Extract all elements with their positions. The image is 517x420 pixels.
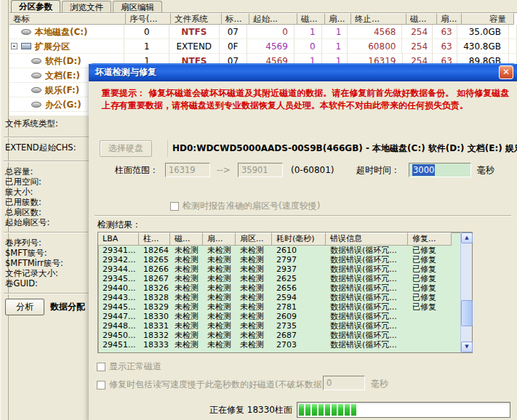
cell-cylinder: 18331 <box>139 321 170 331</box>
cell-error-info: 数据错误(循环冗... <box>326 255 408 264</box>
results-row[interactable]: 29445... 18329 未检测 未检测 未检测 2781 数据错误(循环冗… <box>98 302 460 312</box>
cell-elapsed-ms: 2687 <box>272 331 326 340</box>
column-header[interactable]: 卷标 <box>9 13 126 25</box>
column-header[interactable]: 磁... <box>297 13 325 25</box>
results-row[interactable]: 29443... 18328 未检测 未检测 未检测 2594 数据错误(循环冗… <box>98 293 460 302</box>
column-header[interactable]: 磁... <box>406 13 437 25</box>
cell-elapsed-ms: 2937 <box>272 264 326 274</box>
show-normal-checkbox[interactable]: 显示正常磁道 <box>97 360 161 373</box>
results-column-header[interactable]: 扇区... <box>236 233 272 246</box>
repair-slow-checkbox[interactable]: 修复时包括读写速度慢于此毫秒数的好磁道(不破坏数据)： <box>97 379 334 391</box>
results-scrollbar[interactable]: ▲ ▼ <box>460 233 472 352</box>
dialog-title-bar[interactable]: 坏道检测与修复 ✕ <box>89 63 517 81</box>
cell-sector: 未检测 <box>203 274 236 283</box>
cell-sector: 1 <box>322 39 348 54</box>
cell-sector2: 63 <box>433 25 457 39</box>
cell-elapsed-ms: 2610 <box>272 246 326 255</box>
column-header[interactable]: 序号(... <box>126 13 171 25</box>
cylinder-to-input[interactable]: 35901 <box>238 163 283 177</box>
cell-sector: 未检测 <box>203 264 236 274</box>
scroll-up-icon[interactable]: ▲ <box>461 233 473 243</box>
cell-sector-size: 未检测 <box>236 255 272 264</box>
results-column-header[interactable]: 扇... <box>203 233 236 246</box>
tab-sector-edit[interactable]: 扇区编辑 <box>113 1 162 12</box>
cell-cylinder: 18266 <box>139 264 170 274</box>
cell-cylinder: 18330 <box>139 312 170 321</box>
results-row[interactable]: 29451... 18333 未检测 未检测 未检测 2703 数据错误(循环冗… <box>98 340 460 350</box>
property-label: 总容量: <box>2 166 89 177</box>
results-column-header[interactable]: 磁... <box>170 233 203 246</box>
checkbox-icon[interactable] <box>97 363 105 371</box>
column-header[interactable]: 容量 <box>462 13 514 25</box>
disk-info-label[interactable]: HD0:WDCWD5000AADS-00S9B(466GB) - 本地磁盘(C:… <box>167 140 517 157</box>
results-row[interactable]: 29342... 18265 未检测 未检测 未检测 2797 数据错误(循环冗… <box>98 255 460 264</box>
table-row[interactable]: - 扩展分区 1 EXTEND 0F 4569 0 1 60800 254 63… <box>9 39 517 54</box>
cell-cylinder: 18333 <box>139 340 170 350</box>
cell-sector: 未检测 <box>203 340 236 350</box>
results-row[interactable]: 29345... 18267 未检测 未检测 未检测 2625 数据错误(循环冗… <box>98 274 460 283</box>
scroll-down-icon[interactable]: ▼ <box>461 342 473 352</box>
cell-head: 未检测 <box>170 312 203 321</box>
results-row[interactable]: 29448... 18331 未检测 未检测 未检测 2735 数据错误(循环冗… <box>98 321 460 331</box>
results-table-header: LBA柱...磁...扇...扇区...耗时(毫秒)错误信息修复... <box>98 233 460 246</box>
report-accurate-checkbox[interactable]: 检测时报告准确的扇区号(速度较慢) <box>170 200 320 212</box>
progress-bar <box>297 402 510 418</box>
results-row[interactable]: 29447... 18330 未检测 未检测 未检测 2609 数据错误(循环冗… <box>98 312 460 321</box>
close-icon[interactable]: ✕ <box>499 65 513 79</box>
cell-head: 未检测 <box>170 331 203 340</box>
scroll-thumb[interactable] <box>461 300 473 326</box>
column-header[interactable]: 扇... <box>325 13 351 25</box>
results-row[interactable]: 29344... 18266 未检测 未检测 未检测 2937 数据错误(循环冗… <box>98 264 460 274</box>
cell-elapsed-ms: 2735 <box>272 321 326 331</box>
column-header[interactable]: 终止... <box>351 13 406 25</box>
cell-lba: 29440... <box>98 283 139 293</box>
volume-label: 本地磁盘(C:) <box>9 25 124 39</box>
cell-lba: 29447... <box>98 312 139 321</box>
cell-filesystem: NTFS <box>169 25 220 39</box>
cell-lba: 29443... <box>98 293 139 302</box>
cell-head2: 254 <box>402 39 433 54</box>
collapse-icon[interactable]: - <box>11 43 17 49</box>
results-row[interactable]: 29341... 18264 未检测 未检测 未检测 2610 数据错误(循环冗… <box>98 246 460 255</box>
column-header[interactable]: 起始... <box>249 13 297 25</box>
checkbox-icon[interactable] <box>97 381 105 389</box>
disk-icon <box>31 73 41 78</box>
disk-icon <box>31 58 41 64</box>
property-label: 卷GUID: <box>2 278 89 288</box>
results-label: 检测结果： <box>97 219 141 231</box>
cell-head: 1 <box>294 25 322 39</box>
results-column-header[interactable]: 柱... <box>139 233 170 246</box>
property-label: 文件系统类型: <box>2 118 89 129</box>
table-row[interactable]: 本地磁盘(C:) 0 NTFS 07 0 1 1 4568 254 63 35.… <box>9 25 517 39</box>
cell-repair-status: 已修复 <box>408 302 452 312</box>
column-header[interactable]: 扇... <box>437 13 462 25</box>
results-column-header[interactable]: LBA <box>98 233 139 246</box>
cell-repair-status <box>408 321 452 331</box>
select-disk-button[interactable]: 选择硬盘 <box>100 140 152 157</box>
slow-ms-input[interactable]: 0 <box>323 376 365 390</box>
column-header[interactable]: 标... <box>222 13 249 25</box>
tab-partition-params[interactable]: 分区参数 <box>11 0 60 12</box>
cell-sector-size: 未检测 <box>236 321 272 331</box>
results-column-header[interactable]: 错误信息 <box>326 233 408 246</box>
results-column-header[interactable]: 耗时(毫秒) <box>272 233 326 246</box>
column-header[interactable]: 文件系统 <box>171 13 222 25</box>
results-row[interactable]: 29450... 18332 未检测 未检测 未检测 2687 数据错误(循环冗… <box>98 331 460 340</box>
checkbox-icon[interactable] <box>170 202 179 211</box>
results-column-header[interactable]: 修复... <box>408 233 452 246</box>
cell-cylinder: 18267 <box>139 274 170 283</box>
analyze-button[interactable]: 分析 <box>5 299 44 315</box>
results-row[interactable]: 29440... 18326 未检测 未检测 未检测 2656 数据错误(循环冗… <box>98 283 460 293</box>
cell-head: 未检测 <box>170 302 203 312</box>
cylinder-from-input[interactable]: 16319 <box>165 163 210 177</box>
cell-sector: 未检测 <box>203 321 236 331</box>
property-label: 起始扇区号: <box>2 217 89 227</box>
tab-browse-files[interactable]: 浏览文件 <box>62 1 111 12</box>
cell-cylinder: 18329 <box>139 302 170 312</box>
cell-lba: 29345... <box>98 274 139 283</box>
cell-flag: 0F <box>220 39 247 54</box>
disk-icon <box>21 29 31 35</box>
disk-icon <box>31 102 41 108</box>
cell-error-info: 数据错误(循环冗... <box>326 293 408 302</box>
timeout-input[interactable]: 3000 <box>409 163 471 177</box>
